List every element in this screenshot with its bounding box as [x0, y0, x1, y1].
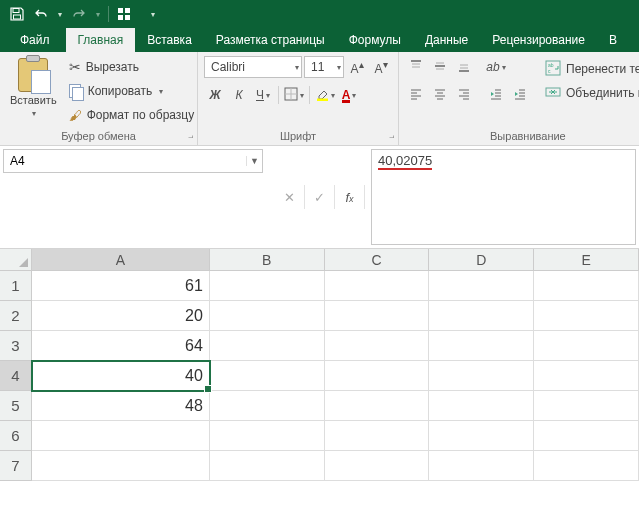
cell-D6[interactable] — [429, 421, 534, 451]
indent-increase-button[interactable] — [509, 84, 531, 106]
cell-E3[interactable] — [534, 331, 639, 361]
wrap-text-label: Перенести тек — [566, 62, 639, 76]
tab-insert[interactable]: Вставка — [135, 28, 204, 52]
cell-B5[interactable] — [210, 391, 325, 421]
name-box[interactable]: ▼ — [3, 149, 263, 173]
cell-E5[interactable] — [534, 391, 639, 421]
cell-A4[interactable]: 40 — [32, 361, 210, 391]
touch-mode-icon[interactable] — [113, 3, 135, 25]
cell-B6[interactable] — [210, 421, 325, 451]
cell-D1[interactable] — [429, 271, 534, 301]
cell-E1[interactable] — [534, 271, 639, 301]
row-header-1[interactable]: 1 — [0, 271, 32, 301]
copy-button[interactable]: Копировать ▾ — [65, 80, 199, 102]
name-box-input[interactable] — [4, 150, 246, 172]
cell-B1[interactable] — [210, 271, 325, 301]
align-center-button[interactable] — [429, 84, 451, 106]
cell-A1[interactable]: 61 — [32, 271, 210, 301]
row-header-2[interactable]: 2 — [0, 301, 32, 331]
tab-layout[interactable]: Разметка страницы — [204, 28, 337, 52]
cell-B2[interactable] — [210, 301, 325, 331]
name-box-dropdown-icon[interactable]: ▼ — [246, 156, 262, 166]
font-color-button[interactable]: A▾ — [338, 84, 360, 106]
underline-button[interactable]: Ч▾ — [252, 84, 274, 106]
column-header-A[interactable]: A — [32, 249, 210, 271]
column-header-E[interactable]: E — [534, 249, 639, 271]
formula-bar[interactable]: 40,02075 — [371, 149, 636, 245]
row-header-6[interactable]: 6 — [0, 421, 32, 451]
undo-icon[interactable] — [30, 3, 52, 25]
column-header-B[interactable]: B — [210, 249, 325, 271]
cell-D2[interactable] — [429, 301, 534, 331]
font-name-combo[interactable]: Calibri ▾ — [204, 56, 302, 78]
indent-decrease-button[interactable] — [485, 84, 507, 106]
wrap-text-button[interactable]: abc Перенести тек — [541, 58, 639, 80]
cell-D3[interactable] — [429, 331, 534, 361]
redo-icon[interactable] — [68, 3, 90, 25]
redo-dropdown-icon[interactable]: ▾ — [92, 10, 104, 19]
italic-button[interactable]: К — [228, 84, 250, 106]
tab-formulas[interactable]: Формулы — [337, 28, 413, 52]
merge-center-button[interactable]: Объединить и — [541, 82, 639, 104]
copy-dropdown-icon[interactable]: ▾ — [159, 87, 163, 96]
cell-D4[interactable] — [429, 361, 534, 391]
cell-E2[interactable] — [534, 301, 639, 331]
cell-C5[interactable] — [325, 391, 430, 421]
cell-C4[interactable] — [325, 361, 430, 391]
cell-C2[interactable] — [325, 301, 430, 331]
cell-A5[interactable]: 48 — [32, 391, 210, 421]
font-group-label: Шрифт — [198, 128, 398, 145]
bold-button[interactable]: Ж — [204, 84, 226, 106]
row-header-3[interactable]: 3 — [0, 331, 32, 361]
orientation-button[interactable]: ab▾ — [485, 56, 507, 78]
cell-B7[interactable] — [210, 451, 325, 481]
fill-color-button[interactable]: ▾ — [314, 84, 336, 106]
align-bottom-button[interactable] — [453, 56, 475, 78]
row-header-5[interactable]: 5 — [0, 391, 32, 421]
cell-A6[interactable] — [32, 421, 210, 451]
undo-dropdown-icon[interactable]: ▾ — [54, 10, 66, 19]
cell-C6[interactable] — [325, 421, 430, 451]
cell-E4[interactable] — [534, 361, 639, 391]
borders-button[interactable]: ▾ — [283, 84, 305, 106]
align-middle-button[interactable] — [429, 56, 451, 78]
spreadsheet-grid[interactable]: ABCDE 1234567 6120644048 — [0, 249, 639, 489]
cut-button[interactable]: Вырезать — [65, 56, 199, 78]
cancel-formula-button[interactable]: ✕ — [275, 185, 305, 209]
row-header-7[interactable]: 7 — [0, 451, 32, 481]
save-icon[interactable] — [6, 3, 28, 25]
row-header-4[interactable]: 4 — [0, 361, 32, 391]
tab-home[interactable]: Главная — [66, 28, 136, 52]
cell-A3[interactable]: 64 — [32, 331, 210, 361]
qat-customize-icon[interactable]: ▾ — [147, 10, 159, 19]
tab-review[interactable]: Рецензирование — [480, 28, 597, 52]
cell-D5[interactable] — [429, 391, 534, 421]
paste-dropdown-icon[interactable]: ▾ — [32, 109, 36, 118]
paste-button[interactable]: Вставить▾ — [6, 56, 61, 121]
tab-data[interactable]: Данные — [413, 28, 480, 52]
align-top-button[interactable] — [405, 56, 427, 78]
cell-A7[interactable] — [32, 451, 210, 481]
enter-formula-button[interactable]: ✓ — [305, 185, 335, 209]
cell-B3[interactable] — [210, 331, 325, 361]
cell-A2[interactable]: 20 — [32, 301, 210, 331]
tab-view[interactable]: В — [597, 28, 629, 52]
grow-font-button[interactable]: A▴ — [346, 56, 368, 78]
cell-E6[interactable] — [534, 421, 639, 451]
format-painter-button[interactable]: Формат по образцу — [65, 104, 199, 126]
cell-C3[interactable] — [325, 331, 430, 361]
font-size-combo[interactable]: 11 ▾ — [304, 56, 344, 78]
column-header-C[interactable]: C — [325, 249, 430, 271]
cell-C1[interactable] — [325, 271, 430, 301]
column-header-D[interactable]: D — [429, 249, 534, 271]
select-all-corner[interactable] — [0, 249, 32, 271]
insert-function-button[interactable]: fx — [335, 185, 365, 209]
align-right-button[interactable] — [453, 84, 475, 106]
cell-D7[interactable] — [429, 451, 534, 481]
cell-C7[interactable] — [325, 451, 430, 481]
cell-E7[interactable] — [534, 451, 639, 481]
cell-B4[interactable] — [210, 361, 325, 391]
align-left-button[interactable] — [405, 84, 427, 106]
tab-file[interactable]: Файл — [4, 28, 66, 52]
shrink-font-button[interactable]: A▾ — [370, 56, 392, 78]
